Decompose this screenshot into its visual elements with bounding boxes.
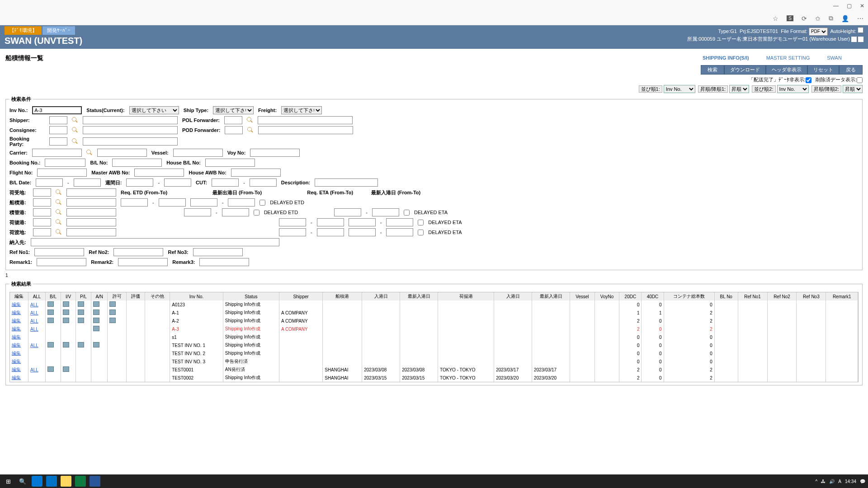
col-header[interactable]: VoyNo [594, 292, 619, 300]
edit-link[interactable]: 編集 [12, 367, 21, 372]
req-etd-from-input[interactable] [121, 198, 148, 206]
iv-icon[interactable] [63, 301, 69, 307]
pod-fwd-code-input[interactable] [225, 126, 243, 134]
col-header[interactable]: 荷揚港 [438, 292, 494, 300]
bl-icon[interactable] [47, 342, 54, 347]
req-eta-to-input[interactable] [317, 218, 344, 226]
bl-date-to-input[interactable] [74, 178, 101, 187]
all-link[interactable]: ALL [30, 319, 38, 324]
edit-link[interactable]: 編集 [12, 351, 21, 356]
window-maximize[interactable]: ▢ [847, 3, 852, 9]
flight-no-input[interactable] [37, 169, 87, 177]
edit-link[interactable]: 編集 [12, 310, 21, 315]
col-header[interactable]: Ref No1 [738, 292, 767, 300]
permit-icon[interactable] [109, 310, 116, 315]
table-row[interactable]: 編集TEST INV NO. 3申告発行済000 [10, 357, 858, 366]
all-link[interactable]: ALL [30, 310, 38, 315]
ref2-input[interactable] [113, 248, 163, 256]
latest-eta1-from-input[interactable] [334, 208, 361, 216]
pol-code-input[interactable] [33, 198, 51, 206]
all-link[interactable]: ALL [30, 343, 38, 348]
download-button[interactable]: ダウンロード [724, 65, 766, 75]
shipper-code-input[interactable] [49, 116, 67, 124]
vessel-input[interactable] [173, 149, 223, 157]
sort1-select[interactable]: Inv No. [664, 85, 695, 93]
sort2-select[interactable]: Inv No. [777, 85, 809, 93]
search-icon[interactable] [72, 138, 78, 145]
search-icon[interactable] [86, 150, 93, 156]
pol-fwd-name-input[interactable] [258, 116, 353, 124]
bl-icon[interactable] [47, 366, 54, 372]
pl-icon[interactable] [78, 342, 84, 347]
col-header[interactable]: 入港日 [362, 292, 400, 300]
col-header[interactable]: ALL [28, 292, 45, 300]
env-tab-dev[interactable]: 開発ｻｰﾊﾞｰ [42, 26, 75, 35]
window-close[interactable]: ✕ [860, 3, 864, 9]
status-select[interactable]: 選択して下さい [129, 106, 179, 114]
col-header[interactable]: Remark1 [826, 292, 858, 300]
edit-link[interactable]: 編集 [12, 343, 21, 347]
weekday-to-input[interactable] [164, 178, 191, 187]
latest-eta2-to-input[interactable] [386, 218, 413, 226]
hide-header-button[interactable]: ヘッダ非表示 [766, 65, 807, 75]
col-header[interactable]: P/L [75, 292, 91, 300]
iv-icon[interactable] [63, 342, 69, 347]
bl-icon[interactable] [47, 310, 54, 315]
weekday-from-input[interactable] [126, 178, 153, 187]
env-tab-demo[interactable]: 【ﾃﾞﾓ環境】 [5, 26, 42, 35]
user-icon[interactable] [851, 37, 857, 42]
favorite-icon[interactable]: ☆ [773, 15, 778, 22]
delayed-etd-2-checkbox[interactable] [254, 210, 259, 216]
pl-icon[interactable] [78, 318, 84, 323]
receipt-name-input[interactable] [66, 188, 116, 197]
delivery-name-input[interactable] [66, 228, 116, 236]
pod-name-input[interactable] [66, 218, 116, 226]
col-header[interactable]: Shipper [279, 292, 323, 300]
cut-to-input[interactable] [250, 178, 277, 187]
edit-link[interactable]: 編集 [12, 334, 21, 339]
autoheight-checkbox[interactable] [858, 27, 863, 33]
booking-party-code-input[interactable] [49, 137, 67, 145]
col-header[interactable]: 最新入港日 [532, 292, 570, 300]
inv-no-input[interactable] [32, 106, 82, 114]
master-awb-input[interactable] [134, 169, 184, 177]
latest-eta3-from-input[interactable] [349, 228, 376, 236]
delayed-etd-1-checkbox[interactable] [259, 200, 265, 206]
col-header[interactable]: A/N [91, 292, 107, 300]
table-row[interactable]: 編集TEST INV NO. 2Shipping Info作成000 [10, 349, 858, 357]
consignee-code-input[interactable] [49, 126, 67, 134]
delayed-eta-2-checkbox[interactable] [418, 220, 424, 225]
col-header[interactable]: 編集 [10, 292, 28, 300]
booking-party-name-input[interactable] [83, 137, 178, 145]
delayed-eta-1-checkbox[interactable] [404, 210, 410, 216]
search-button[interactable]: 検索 [701, 65, 724, 75]
col-header[interactable]: Inv No. [170, 292, 223, 300]
ref3-input[interactable] [193, 248, 243, 256]
remark1-input[interactable] [37, 258, 86, 266]
an-icon[interactable] [93, 342, 99, 347]
search-icon[interactable] [56, 199, 62, 206]
col-header[interactable]: 40DC [642, 292, 664, 300]
collections-icon[interactable]: ⧉ [829, 14, 833, 22]
ref1-input[interactable] [34, 248, 84, 256]
search-icon[interactable] [56, 189, 62, 196]
consignee-name-input[interactable] [83, 126, 178, 134]
window-minimize[interactable]: — [833, 3, 839, 9]
search-icon[interactable] [56, 219, 62, 225]
req-eta2-to-input[interactable] [317, 228, 344, 236]
bl-no-input[interactable] [112, 159, 162, 167]
col-header[interactable]: Vessel [570, 292, 595, 300]
col-header[interactable]: 入港日 [494, 292, 532, 300]
refresh-icon[interactable]: ⟳ [802, 15, 807, 22]
transship-code-input[interactable] [33, 208, 51, 216]
latest-etd2-from-input[interactable] [184, 208, 211, 216]
latest-eta1-to-input[interactable] [372, 208, 399, 216]
all-link[interactable]: ALL [30, 302, 38, 307]
carrier-name-input[interactable] [97, 149, 147, 157]
latest-etd-to-input[interactable] [228, 198, 255, 206]
permit-icon[interactable] [109, 301, 116, 307]
pol-fwd-code-input[interactable] [224, 116, 242, 124]
table-row[interactable]: 編集ALLA0123Shipping Info作成000 [10, 300, 858, 309]
latest-etd2-to-input[interactable] [222, 208, 249, 216]
search-icon[interactable] [247, 117, 253, 123]
